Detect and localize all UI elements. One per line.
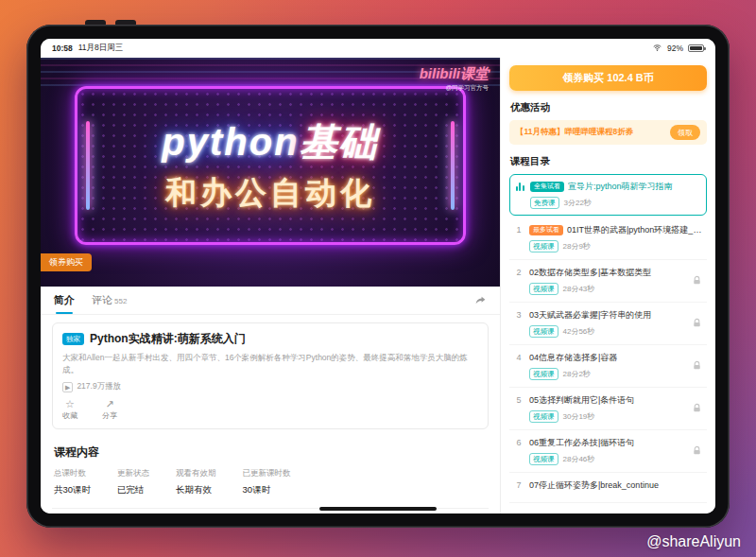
- lesson-title: 01IT世界的武器|python环境搭建_第一个: [567, 224, 702, 236]
- lesson-tag: 视频课: [529, 368, 558, 380]
- content-item: 总课时数 共30课时: [54, 468, 91, 496]
- lock-icon: [692, 357, 702, 374]
- watermark: @shareAliyun: [646, 533, 741, 550]
- star-icon: ☆: [65, 399, 75, 409]
- neon-title-line2: 和办公自动化: [165, 172, 375, 215]
- lesson-duration: 28分43秒: [563, 284, 595, 294]
- sidebar: 领券购买 102.4 B币 优惠活动 【11月特惠】哔哩哔哩课程8折券 领取 课…: [500, 58, 715, 513]
- play-icon: ▶: [62, 382, 73, 392]
- lesson-number: 7: [514, 480, 524, 490]
- lesson-row[interactable]: 2 02数据存储类型多|基本数据类型 视频课 28分43秒: [509, 260, 707, 303]
- coupon-banner[interactable]: 【11月特惠】哔哩哔哩课程8折券 领取: [509, 120, 707, 145]
- lock-icon: [692, 315, 702, 332]
- lesson-row[interactable]: 全集试看 宣导片:python萌新学习指南 免费课 3分22秒: [509, 174, 707, 216]
- share-icon[interactable]: [474, 294, 487, 306]
- course-title: Python实战精讲:萌新系统入门: [90, 331, 246, 347]
- lesson-title: 05选择判断就用它|条件语句: [529, 394, 682, 407]
- promo-title: 优惠活动: [510, 101, 706, 114]
- status-bar: 10:58 11月8日周三 92%: [41, 39, 715, 58]
- course-content-title: 课程内容: [54, 444, 487, 461]
- lesson-tag: 视频课: [529, 453, 558, 465]
- lesson-number: 3: [514, 310, 524, 320]
- battery-icon: [688, 44, 704, 52]
- lesson-tag: 视频课: [529, 410, 558, 423]
- coupon-tag-overlay[interactable]: 领券购买: [41, 253, 92, 271]
- tab-intro[interactable]: 简介: [54, 293, 75, 307]
- play-count: ▶ 217.9万播放: [62, 381, 478, 392]
- tablet-device: 10:58 11月8日周三 92%: [26, 25, 730, 528]
- neon-tube: [451, 121, 455, 210]
- lesson-duration: 28分46秒: [563, 454, 595, 464]
- collect-button[interactable]: ☆ 收藏: [62, 399, 77, 421]
- battery-percent: 92%: [667, 44, 683, 53]
- lesson-tag: 视频课: [529, 325, 558, 338]
- lock-icon: [692, 272, 702, 289]
- exclusive-badge: 独家: [62, 333, 84, 345]
- content-item: 观看有效期 长期有效: [176, 468, 216, 496]
- tab-comments[interactable]: 评论552: [92, 293, 127, 307]
- neon-title-line1: python基础: [162, 116, 378, 168]
- lesson-row[interactable]: 7 07停止循环姿势多|break_continue: [509, 473, 707, 503]
- lesson-number: 6: [514, 438, 524, 447]
- bilibili-logo: bilibili课堂 @同学习官方号: [420, 65, 489, 93]
- lesson-title: 07停止循环姿势多|break_continue: [529, 479, 702, 492]
- lesson-tag: 免费课: [530, 197, 559, 209]
- lesson-row[interactable]: 1 最多试看 01IT世界的武器|python环境搭建_第一个 视频课 28分9…: [509, 218, 707, 260]
- lesson-title: 02数据存储类型多|基本数据类型: [529, 267, 682, 279]
- lesson-number: 5: [514, 395, 524, 405]
- lesson-row[interactable]: 5 05选择判断就用它|条件语句 视频课 30分19秒: [509, 388, 707, 430]
- lesson-duration: 3分22秒: [564, 198, 592, 208]
- lesson-duration: 28分9秒: [563, 241, 591, 252]
- lesson-title: 宣导片:python萌新学习指南: [568, 181, 701, 193]
- lesson-duration: 42分56秒: [563, 326, 595, 337]
- lesson-title: 03天赋武器必掌握|字符串的使用: [529, 309, 682, 322]
- course-card: 独家 Python实战精讲:萌新系统入门 大家和Allen一起从新手村出发、用四…: [52, 322, 489, 429]
- lesson-duration: 30分19秒: [563, 411, 595, 422]
- buy-button[interactable]: 领券购买 102.4 B币: [509, 65, 707, 91]
- tab-bar: 简介 评论552: [41, 287, 500, 315]
- neon-tube: [86, 121, 90, 210]
- video-player[interactable]: python基础 和办公自动化 bilibili课堂 @同学习官方号 领券购买: [41, 58, 500, 287]
- lesson-list: 全集试看 宣导片:python萌新学习指南 免费课 3分22秒 1 最多试看 0…: [509, 174, 707, 503]
- comments-count: 552: [114, 297, 127, 305]
- lesson-row[interactable]: 6 06重复工作必杀技|循环语句 视频课 28分46秒: [509, 430, 707, 473]
- claim-button[interactable]: 领取: [670, 125, 700, 140]
- lesson-title: 06重复工作必杀技|循环语句: [529, 437, 682, 449]
- course-description: 大家和Allen一起从新手村出发、用四个章节、16个案例解析各种学习Python…: [62, 352, 478, 376]
- neon-sign: python基础 和办公自动化: [75, 86, 466, 245]
- lesson-badge: 最多试看: [529, 225, 563, 235]
- share-button[interactable]: ↗ 分享: [102, 399, 117, 421]
- lesson-title: 04信息存储选择多|容器: [529, 352, 682, 364]
- status-date: 11月8日周三: [78, 43, 124, 54]
- main-panel: python基础 和办公自动化 bilibili课堂 @同学习官方号 领券购买 …: [41, 58, 500, 513]
- catalog-title: 课程目录: [510, 155, 706, 168]
- status-time: 10:58: [52, 44, 73, 53]
- screen: 10:58 11月8日周三 92%: [41, 39, 715, 513]
- playing-icon: [515, 182, 524, 191]
- lock-icon: [692, 400, 702, 417]
- lesson-tag: 视频课: [529, 283, 558, 295]
- lesson-number: 2: [514, 268, 524, 277]
- lesson-duration: 28分2秒: [563, 369, 591, 379]
- wifi-icon: [652, 44, 662, 54]
- content-item: 已更新课时数 30课时: [243, 468, 291, 496]
- lesson-row[interactable]: 3 03天赋武器必掌握|字符串的使用 视频课 42分56秒: [509, 303, 707, 345]
- home-indicator[interactable]: [319, 507, 437, 511]
- content-item: 更新状态 已完结: [117, 468, 149, 496]
- lesson-tag: 视频课: [529, 240, 558, 252]
- coupon-text: 【11月特惠】哔哩哔哩课程8折券: [516, 127, 633, 138]
- lesson-badge: 全集试看: [530, 182, 564, 192]
- section-course-content: 课程内容 总课时数 共30课时 更新状态 已完结 观看有效期 长期有效: [52, 437, 489, 502]
- lock-icon: [692, 443, 702, 460]
- lesson-row[interactable]: 4 04信息存储选择多|容器 视频课 28分2秒: [509, 345, 707, 388]
- lesson-number: 4: [514, 353, 524, 362]
- share-arrow-icon: ↗: [105, 399, 113, 409]
- lesson-number: 1: [514, 225, 524, 235]
